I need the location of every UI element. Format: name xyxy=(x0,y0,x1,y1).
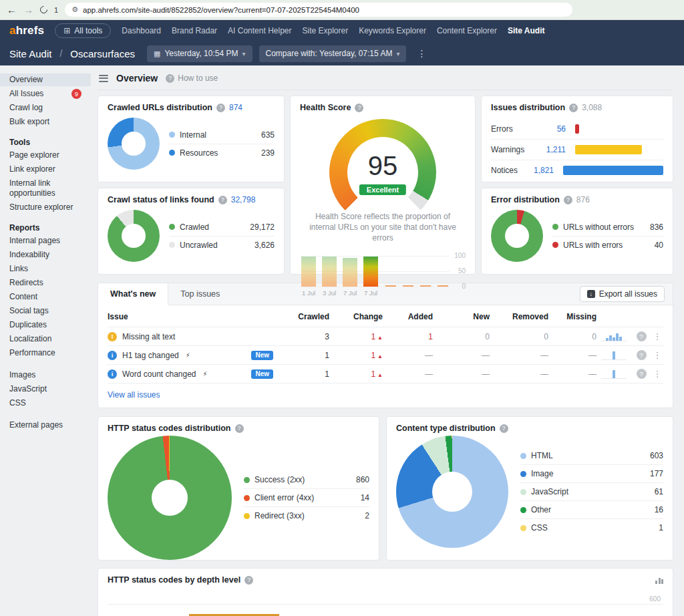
sidebar-item-bulk-export[interactable]: Bulk export xyxy=(0,116,91,128)
row-kebab-menu-icon[interactable]: ⋮ xyxy=(653,350,662,360)
issue-sparkline xyxy=(601,332,627,341)
issue-label[interactable]: H1 tag changed xyxy=(122,351,179,360)
issue-row-word-count-changed[interactable]: i Word count changed ⚡ New 1 1▲ — — — — … xyxy=(108,365,663,383)
breadcrumb-project[interactable]: Oscarsurfaces xyxy=(70,48,135,59)
legend-item-uncrawled[interactable]: Uncrawled 3,626 xyxy=(169,237,275,254)
view-all-issues-link[interactable]: View all issues xyxy=(108,383,160,401)
legend-item-image[interactable]: Image 177 xyxy=(520,465,663,483)
new-value: 0 xyxy=(433,332,490,341)
sidebar-item-content[interactable]: Content xyxy=(0,291,91,303)
sidebar-item-indexability[interactable]: Indexability xyxy=(0,249,91,261)
nav-item-content-explorer[interactable]: Content Explorer xyxy=(437,26,497,35)
legend-item-crawled[interactable]: Crawled 29,172 xyxy=(169,218,275,237)
legend-label: Client error (4xx) xyxy=(254,493,356,502)
col-issue: Issue xyxy=(108,312,283,321)
sidebar-item-images[interactable]: Images xyxy=(0,369,91,381)
issues-row-value-link[interactable]: 56 xyxy=(534,124,566,134)
export-all-issues-button[interactable]: ↓ Export all issues xyxy=(580,286,665,302)
sidebar-item-localization[interactable]: Localization xyxy=(0,333,91,345)
legend-value: 177 xyxy=(650,469,663,478)
trend-bar[interactable] xyxy=(343,258,357,287)
help-icon[interactable]: ? xyxy=(637,350,647,360)
trend-bar[interactable] xyxy=(322,257,337,287)
legend-item-resources[interactable]: Resources 239 xyxy=(169,144,275,162)
issues-row-value-link[interactable]: 1,821 xyxy=(527,166,554,175)
crawl-date-selector[interactable]: ▦ Yesterday, 10:54 PM ▾ xyxy=(147,45,252,62)
sidebar-item-crawl-log[interactable]: Crawl log xyxy=(0,102,91,114)
legend-item-redirect[interactable]: Redirect (3xx) 2 xyxy=(244,507,369,524)
tab-top-issues[interactable]: Top issues xyxy=(168,283,232,305)
help-icon[interactable]: ? xyxy=(564,196,572,204)
sidebar-item-internal-pages[interactable]: Internal pages xyxy=(0,235,91,247)
sidebar-item-page-explorer[interactable]: Page explorer xyxy=(0,149,91,162)
legend-item-client-error[interactable]: Client error (4xx) 14 xyxy=(244,489,369,507)
tab-whats-new[interactable]: What's new xyxy=(98,283,168,305)
help-icon[interactable]: ? xyxy=(637,331,647,341)
sidebar-item-duplicates[interactable]: Duplicates xyxy=(0,319,91,331)
issue-row-missing-alt-text[interactable]: ! Missing alt text 3 1▲ 1 0 0 0 ? ⋮ xyxy=(108,327,663,346)
links-total-link[interactable]: 32,798 xyxy=(231,195,256,204)
chevron-down-icon: ▾ xyxy=(242,50,245,57)
legend-item-other[interactable]: Other 16 xyxy=(520,501,663,519)
sidebar-item-css[interactable]: CSS xyxy=(0,397,91,410)
legend-item-html[interactable]: HTML 603 xyxy=(520,447,663,465)
sidebar-item-performance[interactable]: Performance xyxy=(0,347,91,359)
help-icon[interactable]: ? xyxy=(216,104,225,112)
sidebar-item-links[interactable]: Links xyxy=(0,263,91,275)
sidebar-item-structure-explorer[interactable]: Structure explorer xyxy=(0,201,91,214)
legend-item-javascript[interactable]: JavaScript 61 xyxy=(520,483,663,501)
help-icon[interactable]: ? xyxy=(569,104,578,112)
compare-selector[interactable]: Compare with: Yesterday, 07:15 AM ▾ xyxy=(259,45,407,62)
all-tools-button[interactable]: ⊞ All tools xyxy=(55,23,111,38)
row-kebab-menu-icon[interactable]: ⋮ xyxy=(653,331,662,341)
nav-item-keywords-explorer[interactable]: Keywords Explorer xyxy=(359,26,426,35)
sidebar-toggle-icon[interactable] xyxy=(99,73,108,84)
legend-item-urls-with-errors[interactable]: URLs with errors 40 xyxy=(552,237,663,254)
sidebar-item-external-pages[interactable]: External pages xyxy=(0,419,91,432)
help-icon[interactable]: ? xyxy=(500,424,508,433)
site-settings-icon[interactable]: ⚙ xyxy=(71,5,78,14)
help-icon[interactable]: ? xyxy=(244,576,253,585)
sidebar-item-social-tags[interactable]: Social tags xyxy=(0,305,91,317)
nav-item-dashboard[interactable]: Dashboard xyxy=(122,26,161,35)
issue-label[interactable]: Word count changed xyxy=(122,369,196,379)
issues-row-errors: Errors 56 xyxy=(491,119,663,140)
crawled-urls-total-link[interactable]: 874 xyxy=(229,103,242,112)
trend-bar-current[interactable] xyxy=(363,257,378,287)
chart-type-icon[interactable] xyxy=(655,577,663,584)
help-icon[interactable]: ? xyxy=(637,369,647,379)
sidebar-item-link-explorer[interactable]: Link explorer xyxy=(0,163,91,176)
issues-row-value-link[interactable]: 1,211 xyxy=(534,145,566,154)
how-to-use-link[interactable]: ? How to use xyxy=(166,73,218,83)
sidebar-item-javascript[interactable]: JavaScript xyxy=(0,383,91,396)
legend-item-css[interactable]: CSS 1 xyxy=(520,519,663,536)
browser-forward-icon[interactable]: → xyxy=(23,4,33,15)
nav-item-site-explorer[interactable]: Site Explorer xyxy=(302,26,348,35)
help-icon[interactable]: ? xyxy=(235,424,244,433)
help-icon[interactable]: ? xyxy=(218,196,227,204)
row-kebab-menu-icon[interactable]: ⋮ xyxy=(653,369,662,379)
help-icon[interactable]: ? xyxy=(355,104,363,112)
legend-item-success[interactable]: Success (2xx) 860 xyxy=(244,471,369,489)
issue-label[interactable]: Missing alt text xyxy=(122,332,175,341)
breadcrumb-section[interactable]: Site Audit xyxy=(9,48,51,59)
sidebar-item-all-issues[interactable]: All Issues 9 xyxy=(0,88,91,100)
sidebar-item-internal-link-opportunities[interactable]: Internal link opportunities xyxy=(0,177,91,200)
ahrefs-logo[interactable]: ahrefs xyxy=(9,24,44,37)
sidebar-item-overview[interactable]: Overview xyxy=(0,73,91,86)
browser-reload-icon[interactable] xyxy=(39,5,49,15)
nav-item-ai-content-helper[interactable]: AI Content Helper xyxy=(228,26,291,35)
legend-item-internal[interactable]: Internal 635 xyxy=(169,126,275,144)
issues-total: 3,088 xyxy=(582,103,602,112)
sidebar-item-redirects[interactable]: Redirects xyxy=(0,277,91,289)
legend-value: 836 xyxy=(650,222,663,232)
trend-bar[interactable] xyxy=(301,257,316,287)
issue-row-h1-tag-changed[interactable]: i H1 tag changed ⚡ New 1 1▲ — — — — ? ⋮ xyxy=(108,346,663,365)
header-kebab-menu-icon[interactable]: ⋮ xyxy=(413,48,430,59)
url-text[interactable]: app.ahrefs.com/site-audit/8522852/overvi… xyxy=(83,6,359,14)
browser-back-icon[interactable]: ← xyxy=(7,4,17,15)
nav-item-site-audit[interactable]: Site Audit xyxy=(508,26,545,35)
nav-item-brand-radar[interactable]: Brand Radar xyxy=(172,26,217,35)
address-bar[interactable]: ⚙ app.ahrefs.com/site-audit/8522852/over… xyxy=(65,3,572,17)
legend-item-urls-without-errors[interactable]: URLs without errors 836 xyxy=(552,218,663,237)
